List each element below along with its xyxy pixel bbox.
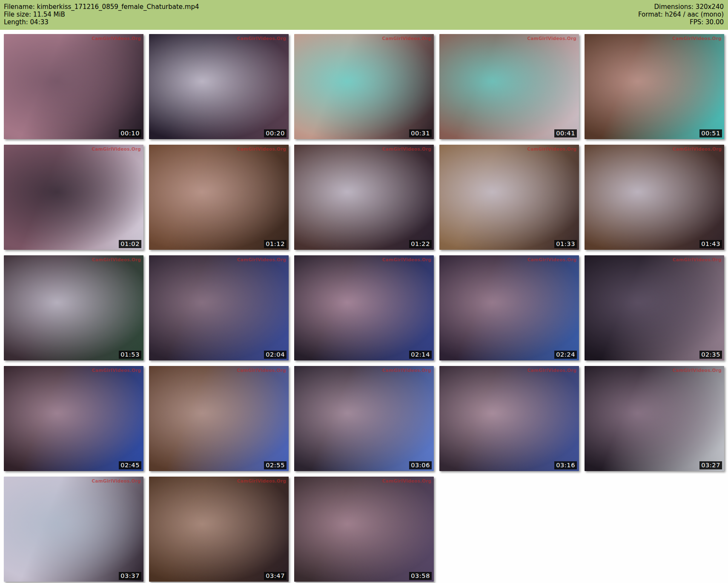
timestamp-badge: 02:04 bbox=[264, 351, 287, 359]
watermark-text: CamGirlVideos.Org bbox=[92, 36, 141, 41]
thumbnail-frame-placeholder bbox=[439, 366, 579, 471]
thumbnail-grid: CamGirlVideos.Org 00:10 CamGirlVideos.Or… bbox=[0, 30, 728, 583]
timestamp-badge: 01:12 bbox=[264, 240, 287, 248]
timestamp-badge: 03:47 bbox=[264, 572, 287, 580]
watermark-text: CamGirlVideos.Org bbox=[92, 146, 141, 151]
video-thumbnail[interactable]: CamGirlVideos.Org 03:27 bbox=[585, 366, 724, 471]
video-thumbnail[interactable]: CamGirlVideos.Org 02:45 bbox=[4, 366, 143, 471]
thumbnail-frame-placeholder bbox=[585, 145, 724, 250]
video-thumbnail[interactable]: CamGirlVideos.Org 03:16 bbox=[439, 366, 579, 471]
watermark-text: CamGirlVideos.Org bbox=[92, 257, 141, 262]
thumbnail-frame-placeholder bbox=[294, 477, 434, 582]
watermark-text: CamGirlVideos.Org bbox=[673, 257, 722, 262]
watermark-text: CamGirlVideos.Org bbox=[92, 368, 141, 373]
thumbnail-frame-placeholder bbox=[4, 34, 143, 139]
thumbnail-frame-placeholder bbox=[439, 145, 579, 250]
video-thumbnail[interactable]: CamGirlVideos.Org 03:06 bbox=[294, 366, 434, 471]
video-thumbnail[interactable]: CamGirlVideos.Org 02:35 bbox=[585, 255, 724, 360]
thumbnail-frame-placeholder bbox=[149, 34, 289, 139]
video-thumbnail[interactable]: CamGirlVideos.Org 02:04 bbox=[149, 255, 289, 360]
file-size-text: File size: 11.54 MiB bbox=[4, 11, 199, 18]
contact-sheet: Filename: kimberkiss_171216_0859_female_… bbox=[0, 0, 728, 583]
video-thumbnail[interactable]: CamGirlVideos.Org 01:02 bbox=[4, 145, 143, 250]
watermark-text: CamGirlVideos.Org bbox=[673, 36, 722, 41]
thumbnail-frame-placeholder bbox=[294, 366, 434, 471]
thumbnail-frame-placeholder bbox=[4, 366, 143, 471]
watermark-text: CamGirlVideos.Org bbox=[237, 257, 286, 262]
video-thumbnail[interactable]: CamGirlVideos.Org 01:33 bbox=[439, 145, 579, 250]
timestamp-badge: 02:14 bbox=[409, 351, 432, 359]
thumbnail-frame-placeholder bbox=[149, 145, 289, 250]
watermark-text: CamGirlVideos.Org bbox=[527, 146, 576, 151]
media-info-right: Dimensions: 320x240 Format: h264 / aac (… bbox=[638, 3, 724, 26]
watermark-text: CamGirlVideos.Org bbox=[92, 478, 141, 483]
timestamp-badge: 00:10 bbox=[119, 129, 141, 137]
timestamp-badge: 01:33 bbox=[554, 240, 577, 248]
video-thumbnail[interactable]: CamGirlVideos.Org 00:51 bbox=[585, 34, 724, 139]
watermark-text: CamGirlVideos.Org bbox=[237, 368, 286, 373]
thumbnail-frame-placeholder bbox=[585, 366, 724, 471]
fps-text: FPS: 30.00 bbox=[638, 18, 724, 26]
video-thumbnail[interactable]: CamGirlVideos.Org 02:14 bbox=[294, 255, 434, 360]
video-thumbnail[interactable]: CamGirlVideos.Org 02:24 bbox=[439, 255, 579, 360]
timestamp-badge: 00:51 bbox=[699, 129, 722, 137]
video-thumbnail[interactable]: CamGirlVideos.Org 01:43 bbox=[585, 145, 724, 250]
media-info-left: Filename: kimberkiss_171216_0859_female_… bbox=[4, 3, 199, 26]
thumbnail-frame-placeholder bbox=[4, 255, 143, 360]
timestamp-badge: 03:37 bbox=[119, 572, 141, 580]
video-thumbnail[interactable]: CamGirlVideos.Org 01:22 bbox=[294, 145, 434, 250]
format-text: Format: h264 / aac (mono) bbox=[638, 11, 724, 18]
thumbnail-frame-placeholder bbox=[585, 34, 724, 139]
video-thumbnail[interactable]: CamGirlVideos.Org 01:53 bbox=[4, 255, 143, 360]
video-thumbnail[interactable]: CamGirlVideos.Org 02:55 bbox=[149, 366, 289, 471]
thumbnail-frame-placeholder bbox=[149, 255, 289, 360]
watermark-text: CamGirlVideos.Org bbox=[527, 368, 576, 373]
media-info-header: Filename: kimberkiss_171216_0859_female_… bbox=[0, 0, 728, 30]
thumbnail-frame-placeholder bbox=[149, 366, 289, 471]
watermark-text: CamGirlVideos.Org bbox=[237, 146, 286, 151]
video-thumbnail[interactable]: CamGirlVideos.Org 00:10 bbox=[4, 34, 143, 139]
watermark-text: CamGirlVideos.Org bbox=[673, 368, 722, 373]
timestamp-badge: 02:35 bbox=[699, 351, 722, 359]
filename-text: Filename: kimberkiss_171216_0859_female_… bbox=[4, 3, 199, 11]
watermark-text: CamGirlVideos.Org bbox=[382, 478, 431, 483]
video-thumbnail[interactable]: CamGirlVideos.Org 00:41 bbox=[439, 34, 579, 139]
timestamp-badge: 00:41 bbox=[554, 129, 577, 137]
thumbnail-frame-placeholder bbox=[294, 145, 434, 250]
watermark-text: CamGirlVideos.Org bbox=[527, 36, 576, 41]
watermark-text: CamGirlVideos.Org bbox=[237, 36, 286, 41]
timestamp-badge: 02:24 bbox=[554, 351, 577, 359]
thumbnail-frame-placeholder bbox=[439, 255, 579, 360]
video-thumbnail[interactable]: CamGirlVideos.Org 00:31 bbox=[294, 34, 434, 139]
length-text: Length: 04:33 bbox=[4, 18, 199, 26]
watermark-text: CamGirlVideos.Org bbox=[673, 146, 722, 151]
dimensions-text: Dimensions: 320x240 bbox=[638, 3, 724, 11]
thumbnail-frame-placeholder bbox=[4, 145, 143, 250]
timestamp-badge: 01:22 bbox=[409, 240, 432, 248]
thumbnail-frame-placeholder bbox=[439, 34, 579, 139]
timestamp-badge: 00:20 bbox=[264, 129, 287, 137]
watermark-text: CamGirlVideos.Org bbox=[382, 368, 431, 373]
video-thumbnail[interactable]: CamGirlVideos.Org 03:37 bbox=[4, 477, 143, 582]
timestamp-badge: 02:55 bbox=[264, 461, 287, 469]
timestamp-badge: 01:53 bbox=[119, 351, 141, 359]
thumbnail-frame-placeholder bbox=[149, 477, 289, 582]
watermark-text: CamGirlVideos.Org bbox=[382, 36, 431, 41]
video-thumbnail[interactable]: CamGirlVideos.Org 00:20 bbox=[149, 34, 289, 139]
timestamp-badge: 03:27 bbox=[699, 461, 722, 469]
watermark-text: CamGirlVideos.Org bbox=[237, 478, 286, 483]
timestamp-badge: 02:45 bbox=[119, 461, 141, 469]
watermark-text: CamGirlVideos.Org bbox=[382, 257, 431, 262]
thumbnail-frame-placeholder bbox=[294, 255, 434, 360]
thumbnail-frame-placeholder bbox=[4, 477, 143, 582]
timestamp-badge: 03:58 bbox=[409, 572, 432, 580]
timestamp-badge: 03:06 bbox=[409, 461, 432, 469]
timestamp-badge: 03:16 bbox=[554, 461, 577, 469]
watermark-text: CamGirlVideos.Org bbox=[527, 257, 576, 262]
thumbnail-frame-placeholder bbox=[585, 255, 724, 360]
watermark-text: CamGirlVideos.Org bbox=[382, 146, 431, 151]
video-thumbnail[interactable]: CamGirlVideos.Org 01:12 bbox=[149, 145, 289, 250]
video-thumbnail[interactable]: CamGirlVideos.Org 03:58 bbox=[294, 477, 434, 582]
timestamp-badge: 01:02 bbox=[119, 240, 141, 248]
video-thumbnail[interactable]: CamGirlVideos.Org 03:47 bbox=[149, 477, 289, 582]
